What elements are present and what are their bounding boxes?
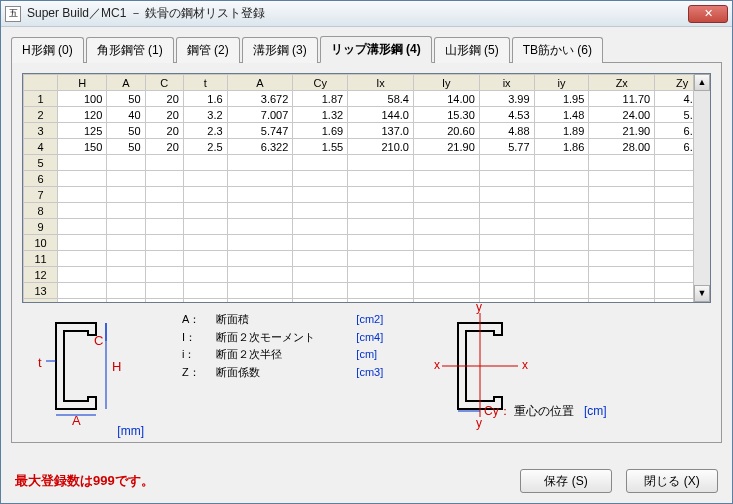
table-row[interactable]: 14	[24, 299, 710, 304]
close-button[interactable]: 閉じる (X)	[626, 469, 718, 493]
grid-cell[interactable]	[413, 251, 479, 267]
grid-cell[interactable]	[183, 187, 227, 203]
grid-cell[interactable]	[227, 283, 293, 299]
grid-cell[interactable]: 2.3	[183, 123, 227, 139]
grid-cell[interactable]	[348, 267, 414, 283]
grid-cell[interactable]: 2.5	[183, 139, 227, 155]
scroll-down-button[interactable]: ▼	[694, 285, 710, 302]
grid-cell[interactable]	[145, 187, 183, 203]
grid-cell[interactable]	[227, 171, 293, 187]
grid-cell[interactable]: 20	[145, 107, 183, 123]
grid-cell[interactable]: 3.99	[479, 91, 534, 107]
grid-cell[interactable]	[534, 155, 589, 171]
grid-cell[interactable]	[58, 283, 107, 299]
grid-cell[interactable]: 3.2	[183, 107, 227, 123]
grid-cell[interactable]: 7.007	[227, 107, 293, 123]
grid-cell[interactable]	[293, 267, 348, 283]
grid-cell[interactable]	[534, 267, 589, 283]
grid-cell[interactable]	[413, 203, 479, 219]
grid-cell[interactable]	[293, 203, 348, 219]
tab-angle[interactable]: 山形鋼 (5)	[434, 37, 510, 63]
table-row[interactable]: 11	[24, 251, 710, 267]
grid-cell[interactable]	[534, 235, 589, 251]
grid-cell[interactable]: 20	[145, 123, 183, 139]
grid-cell[interactable]	[145, 283, 183, 299]
grid-cell[interactable]	[413, 187, 479, 203]
table-row[interactable]: 8	[24, 203, 710, 219]
grid-cell[interactable]: 6.322	[227, 139, 293, 155]
grid-cell[interactable]	[413, 171, 479, 187]
grid-cell[interactable]	[479, 267, 534, 283]
grid-cell[interactable]	[145, 219, 183, 235]
grid-cell[interactable]	[589, 251, 655, 267]
grid-cell[interactable]: 125	[58, 123, 107, 139]
grid-cell[interactable]	[589, 235, 655, 251]
grid-cell[interactable]: 50	[107, 91, 145, 107]
grid-cell[interactable]	[183, 203, 227, 219]
table-row[interactable]: 415050202.56.3221.55210.021.905.771.8628…	[24, 139, 710, 155]
grid-cell[interactable]: 5.77	[479, 139, 534, 155]
grid-cell[interactable]	[183, 251, 227, 267]
grid-cell[interactable]	[413, 155, 479, 171]
tab-lip-channel[interactable]: リップ溝形鋼 (4)	[320, 36, 432, 63]
table-row[interactable]: 9	[24, 219, 710, 235]
grid-cell[interactable]: 15.30	[413, 107, 479, 123]
tab-pipe[interactable]: 鋼管 (2)	[176, 37, 240, 63]
grid-cell[interactable]	[107, 203, 145, 219]
grid-cell[interactable]: 4.88	[479, 123, 534, 139]
grid-cell[interactable]	[183, 235, 227, 251]
grid-cell[interactable]	[589, 171, 655, 187]
grid-cell[interactable]: 11.70	[589, 91, 655, 107]
grid-cell[interactable]	[479, 235, 534, 251]
grid-cell[interactable]	[293, 251, 348, 267]
scroll-up-button[interactable]: ▲	[694, 74, 710, 91]
grid-cell[interactable]	[183, 267, 227, 283]
grid-cell[interactable]: 1.6	[183, 91, 227, 107]
grid-cell[interactable]	[58, 299, 107, 304]
grid-cell[interactable]: 3.672	[227, 91, 293, 107]
grid-cell[interactable]	[145, 171, 183, 187]
grid-cell[interactable]	[479, 299, 534, 304]
grid-cell[interactable]	[58, 187, 107, 203]
grid-cell[interactable]: 150	[58, 139, 107, 155]
grid-cell[interactable]: 5.747	[227, 123, 293, 139]
grid-cell[interactable]	[227, 219, 293, 235]
grid-cell[interactable]: 100	[58, 91, 107, 107]
grid-cell[interactable]	[227, 299, 293, 304]
grid-cell[interactable]	[348, 251, 414, 267]
grid-cell[interactable]	[348, 203, 414, 219]
grid-cell[interactable]	[58, 267, 107, 283]
grid-cell[interactable]: 1.48	[534, 107, 589, 123]
grid-cell[interactable]	[107, 299, 145, 304]
grid-cell[interactable]	[479, 187, 534, 203]
grid-cell[interactable]	[107, 283, 145, 299]
grid-cell[interactable]	[227, 235, 293, 251]
grid-cell[interactable]	[293, 299, 348, 304]
data-grid[interactable]: HACtACyIxIyixiyZxZy 110050201.63.6721.87…	[22, 73, 711, 303]
grid-cell[interactable]: 4.53	[479, 107, 534, 123]
tab-square-tube[interactable]: 角形鋼管 (1)	[86, 37, 174, 63]
grid-cell[interactable]	[348, 283, 414, 299]
grid-cell[interactable]	[589, 299, 655, 304]
grid-cell[interactable]	[107, 267, 145, 283]
grid-cell[interactable]	[413, 283, 479, 299]
grid-cell[interactable]	[293, 283, 348, 299]
grid-cell[interactable]	[183, 155, 227, 171]
grid-cell[interactable]: 20	[145, 139, 183, 155]
grid-cell[interactable]: 1.69	[293, 123, 348, 139]
grid-cell[interactable]: 1.55	[293, 139, 348, 155]
grid-cell[interactable]	[107, 235, 145, 251]
grid-cell[interactable]	[58, 171, 107, 187]
grid-cell[interactable]: 21.90	[589, 123, 655, 139]
grid-cell[interactable]	[479, 219, 534, 235]
grid-cell[interactable]	[479, 251, 534, 267]
grid-cell[interactable]: 14.00	[413, 91, 479, 107]
grid-cell[interactable]: 24.00	[589, 107, 655, 123]
grid-cell[interactable]	[589, 155, 655, 171]
grid-cell[interactable]	[183, 171, 227, 187]
grid-cell[interactable]	[534, 219, 589, 235]
grid-cell[interactable]	[145, 155, 183, 171]
grid-cell[interactable]	[413, 299, 479, 304]
grid-cell[interactable]: 1.32	[293, 107, 348, 123]
grid-cell[interactable]	[58, 219, 107, 235]
